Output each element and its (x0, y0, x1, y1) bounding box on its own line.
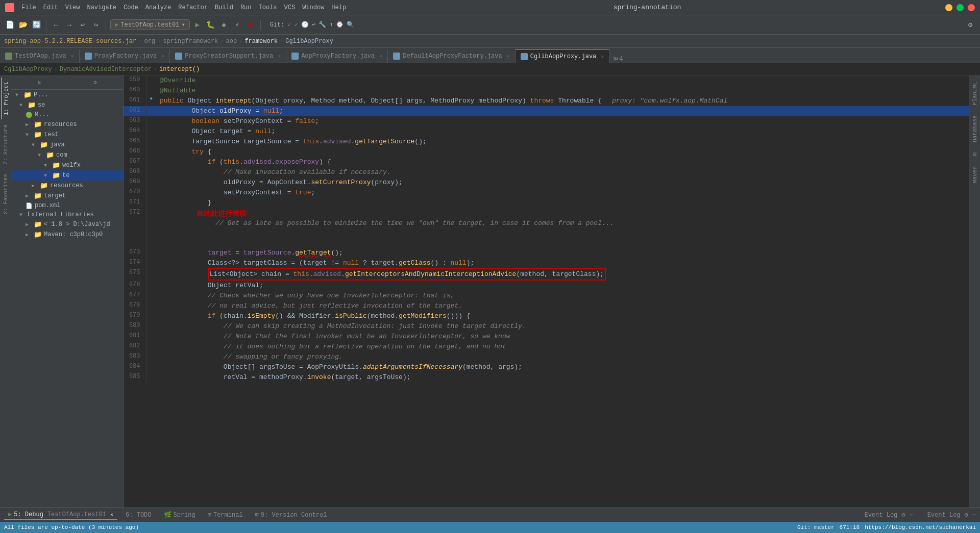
tab-proxyfactory[interactable]: ProxyFactory.java ✕ (80, 49, 170, 63)
breadcrumb-class[interactable]: CglibAopProxy (285, 38, 333, 45)
minimize-button[interactable] (945, 4, 952, 11)
event-log-right[interactable]: Event Log (927, 512, 961, 519)
code-675[interactable]: List<Object> chain = this.advised.getInt… (156, 268, 969, 281)
tree-item-pomxml[interactable]: 📄 pom.xml (11, 201, 123, 210)
code-685[interactable]: retVal = methodProxy.invoke(target, args… (156, 372, 969, 383)
gutter-667[interactable] (146, 157, 156, 167)
code-673[interactable]: target = targetSource.getTarget(); (156, 248, 969, 258)
debug-tab-vcs[interactable]: ⊞ 9: Version Control (251, 510, 331, 520)
git-history-icon[interactable]: ⌚ (336, 21, 344, 29)
new-file-button[interactable]: 📄 (4, 19, 15, 31)
tree-item-resources2[interactable]: ▶ 📁 resources (11, 181, 123, 191)
gutter-660[interactable] (146, 86, 156, 96)
tree-item-main[interactable]: 🟢 M... (11, 110, 123, 119)
git-wrench-icon[interactable]: 🔧 (318, 21, 326, 29)
debug-button[interactable]: 🐛 (205, 19, 216, 31)
second-breadcrumb-inner[interactable]: DynamicAdvisedInterceptor (60, 66, 152, 73)
gutter-684[interactable] (146, 362, 156, 372)
tab-aopproxyfactory[interactable]: AopProxyFactory.java ✕ (286, 49, 388, 63)
code-676[interactable]: Object retVal; (156, 281, 969, 291)
tab-defaultaopproxyfactory[interactable]: DefaultAopProxyFactory.java ✕ (388, 49, 515, 63)
tree-item-ext-libs[interactable]: ▼ External Libraries (11, 210, 123, 219)
breadcrumb-framework[interactable]: framework (244, 38, 278, 45)
code-672[interactable]: // Get as late as possible to minimize t… (156, 208, 969, 248)
gutter-680[interactable] (146, 321, 156, 332)
undo-button[interactable]: ↩ (77, 19, 88, 31)
code-671[interactable]: } (156, 198, 969, 208)
code-684[interactable]: Object[] argsToUse = AopProxyUtils.adapt… (156, 362, 969, 372)
code-683[interactable]: // swapping or fancy proxying. (156, 352, 969, 362)
gutter-672[interactable] (146, 208, 156, 248)
tree-item-java[interactable]: ▼ 📁 java (11, 140, 123, 150)
menu-code[interactable]: Code (120, 3, 141, 12)
gutter-685[interactable] (146, 372, 156, 383)
tab-close-5[interactable]: ✕ (507, 53, 510, 59)
right-tab-database[interactable]: Database (971, 111, 979, 146)
coverage-button[interactable]: ◈ (218, 19, 230, 31)
code-663[interactable]: boolean setProxyContext = false; (156, 116, 969, 126)
code-678[interactable]: // no real advice, but just reflective i… (156, 301, 969, 311)
tree-item-target[interactable]: ▶ 📁 target (11, 191, 123, 201)
gutter-683[interactable] (146, 352, 156, 362)
gutter-681[interactable] (146, 332, 156, 342)
back-button[interactable]: ← (51, 19, 62, 31)
git-branch[interactable]: Git: master (797, 524, 835, 530)
gutter-673[interactable] (146, 248, 156, 258)
git-update-icon[interactable]: ⬆ (329, 21, 333, 29)
gutter-664[interactable] (146, 126, 156, 137)
debug-tab-spring[interactable]: 🌿 Spring (160, 510, 200, 520)
run-config-selector[interactable]: ▶ TestOfAop.test01 ▾ (110, 19, 190, 30)
gutter-674[interactable] (146, 258, 156, 268)
debug-gear-icon[interactable]: ⚙ (901, 511, 905, 519)
menu-build[interactable]: Build (212, 3, 236, 12)
tree-item-wolfx[interactable]: ▼ 📁 wolfx (11, 160, 123, 170)
git-undo-icon[interactable]: ↩ (312, 21, 315, 29)
menu-window[interactable]: Window (299, 3, 327, 12)
tab-close-2[interactable]: ✕ (161, 53, 164, 59)
tab-cglibaopproxy[interactable]: CglibAopProxy.java ✕ (516, 49, 610, 63)
menu-refactor[interactable]: Refactor (175, 3, 211, 12)
menu-navigate[interactable]: Navigate (84, 3, 119, 12)
gutter-676[interactable] (146, 281, 156, 291)
menu-vcs[interactable]: VCS (281, 3, 299, 12)
menu-file[interactable]: File (18, 3, 39, 12)
tree-item-root[interactable]: ▼ 📁 P... (11, 90, 123, 100)
tree-item-jdk[interactable]: ▶ 📁 < 1.8 > D:\Java\jd (11, 219, 123, 230)
sync-button[interactable]: 🔄 (31, 19, 42, 31)
maximize-button[interactable] (957, 4, 964, 11)
menu-analyze[interactable]: Analyze (142, 3, 174, 12)
right-tab-planuml[interactable]: PlanUML (971, 78, 979, 109)
code-670[interactable]: setProxyContext = true; (156, 188, 969, 198)
event-log-label[interactable]: Event Log (865, 512, 898, 519)
tree-item-test[interactable]: ▼ 📁 test (11, 130, 123, 140)
gutter-662[interactable] (146, 106, 156, 116)
code-659[interactable]: @Override (156, 75, 969, 86)
debug-tab-close[interactable]: ✕ (110, 512, 113, 518)
event-log-close-icon[interactable]: − (972, 512, 976, 519)
breadcrumb-springframework[interactable]: springframework (163, 38, 218, 45)
sidebar-tab-icon-settings[interactable]: ⚙ (67, 75, 124, 89)
gutter-669[interactable] (146, 177, 156, 188)
code-677[interactable]: // Check whether we only have one Invoke… (156, 291, 969, 301)
forward-button[interactable]: → (64, 19, 75, 31)
gutter-682[interactable] (146, 342, 156, 352)
code-665[interactable]: TargetSource targetSource = this.advised… (156, 137, 969, 147)
right-tab-m[interactable]: m (971, 148, 979, 160)
code-666[interactable]: try { (156, 147, 969, 157)
code-667[interactable]: if (this.advised.exposeProxy) { (156, 157, 969, 167)
vtab-structure[interactable]: 7: Structure (2, 120, 10, 169)
gutter-670[interactable] (146, 188, 156, 198)
profile-button[interactable]: ⚡ (232, 19, 243, 31)
redo-button[interactable]: ↪ (90, 19, 102, 31)
menu-tools[interactable]: Tools (256, 3, 280, 12)
sidebar-tab-icon-sort[interactable]: ⇅ (11, 75, 67, 89)
gutter-679[interactable] (146, 311, 156, 321)
tree-item-resources[interactable]: ▶ 📁 resources (11, 119, 123, 130)
gutter-675[interactable] (146, 268, 156, 281)
debug-tab-terminal[interactable]: ⊞ Terminal (204, 510, 247, 520)
settings-button[interactable]: ⚙ (965, 19, 976, 31)
breadcrumb-jar[interactable]: spring-aop-5.2.2.RELEASE-sources.jar (4, 38, 136, 45)
code-660[interactable]: @Nullable (156, 86, 969, 96)
tab-close-1[interactable]: ✕ (71, 53, 74, 59)
code-681[interactable]: // Note that the final invoker must be a… (156, 332, 969, 342)
